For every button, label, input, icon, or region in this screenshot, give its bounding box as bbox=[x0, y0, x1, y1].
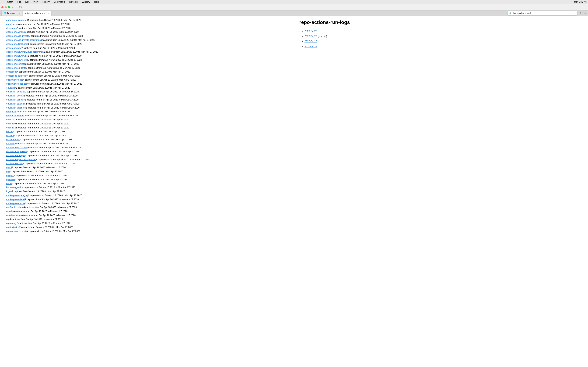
date-link[interactable]: 2020-04-19 bbox=[304, 40, 317, 43]
capture-link[interactable]: features-packages bbox=[6, 154, 25, 157]
capture-link[interactable]: explore-email bbox=[6, 138, 20, 141]
capture-link[interactable]: error-502 bbox=[6, 126, 16, 129]
capture-link[interactable]: education-schools bbox=[6, 98, 25, 101]
capture-link[interactable]: marketplace-category bbox=[6, 194, 28, 197]
capture-info: 2 captures from Sun Apr 26 2020 to Mon A… bbox=[26, 67, 80, 69]
capture-link[interactable]: classroom-admins bbox=[6, 31, 25, 33]
capture-link[interactable]: education-benefits bbox=[6, 90, 25, 93]
reload-button[interactable]: ↻ bbox=[573, 12, 576, 15]
capture-link[interactable]: octodex bbox=[6, 210, 14, 213]
capture-link[interactable]: org-invitation bbox=[6, 226, 19, 228]
menu-window[interactable]: Window bbox=[81, 0, 91, 3]
capture-link[interactable]: error-404 bbox=[6, 118, 16, 121]
tab-1[interactable]: 🌐 fluxcapa... ✕ bbox=[1, 11, 22, 16]
capture-link[interactable]: classroom-settings bbox=[6, 63, 25, 65]
list-item: classroom-new-invite2 captures from Sun … bbox=[6, 54, 291, 58]
capture-link[interactable]: education-students bbox=[6, 102, 26, 105]
capture-link[interactable]: classroom-dashboard bbox=[6, 43, 28, 45]
list-item: enterprise4 captures from Sat Apr 18 202… bbox=[6, 110, 291, 114]
address-bar[interactable] bbox=[513, 12, 572, 15]
capture-link[interactable]: gist bbox=[6, 170, 10, 173]
capture-link[interactable]: org-packages-empty bbox=[6, 230, 27, 233]
capture-link[interactable]: customer-stories-story bbox=[6, 83, 29, 85]
list-item: features-packages4 captures from Sat Apr… bbox=[6, 154, 291, 158]
menu-file[interactable]: File bbox=[17, 0, 22, 3]
menu-edit[interactable]: Edit bbox=[25, 0, 30, 3]
minimize-button[interactable] bbox=[5, 6, 7, 8]
tab-2[interactable]: ● fluxcapacitor.now.sh ✕ bbox=[23, 11, 52, 16]
menu-help[interactable]: Help bbox=[94, 0, 100, 3]
date-link[interactable]: 2020-04-22 bbox=[304, 30, 317, 33]
capture-link[interactable]: features bbox=[6, 142, 15, 145]
date-item: 2020-04-19 bbox=[304, 39, 583, 44]
date-link[interactable]: 2020-04-28 bbox=[304, 45, 317, 48]
apple-menu[interactable]:  bbox=[1, 0, 4, 3]
capture-link[interactable]: classroom-assignmets bbox=[6, 35, 29, 37]
list-item: notifications-beta4 captures from Sat Ap… bbox=[6, 205, 291, 209]
back-nav-btn[interactable]: ‹ bbox=[500, 11, 502, 15]
capture-link[interactable]: logos bbox=[6, 190, 12, 192]
capture-link[interactable]: features-code-review bbox=[6, 146, 27, 149]
capture-link[interactable]: classroom-new bbox=[6, 47, 22, 49]
list-item: education2 captures from Sun Apr 26 2020… bbox=[6, 86, 291, 90]
capture-link[interactable]: gist-gist bbox=[6, 174, 14, 177]
menu-develop[interactable]: Develop bbox=[69, 0, 78, 3]
capture-link[interactable]: explore bbox=[6, 134, 14, 137]
capture-link[interactable]: features-integrations bbox=[6, 150, 27, 153]
capture-link[interactable]: org bbox=[6, 218, 10, 221]
maximize-button[interactable] bbox=[8, 6, 10, 8]
capture-info: 4 captures from Sat Apr 18 2020 to Mon A… bbox=[14, 174, 67, 177]
menu-safari[interactable]: Safari bbox=[7, 0, 14, 3]
capture-link[interactable]: classroom bbox=[6, 27, 17, 29]
capture-link[interactable]: error-500 bbox=[6, 122, 16, 125]
list-item: octodex4 captures from Sat Apr 18 2020 t… bbox=[6, 209, 291, 213]
capture-link[interactable]: features-project-management bbox=[6, 158, 36, 161]
capture-link[interactable]: classroom-students bbox=[6, 67, 26, 69]
capture-link[interactable]: classroom-new-invite bbox=[6, 55, 28, 57]
forward-nav-btn[interactable]: › bbox=[504, 11, 506, 15]
capture-link[interactable]: marketplace-home bbox=[6, 202, 25, 205]
capture-link[interactable]: classroom-assignmets-assignment bbox=[6, 39, 41, 41]
capture-link[interactable]: enterprise-contact bbox=[6, 114, 25, 117]
date-link[interactable]: 2020-04-27 bbox=[304, 35, 317, 38]
menu-view[interactable]: View bbox=[33, 0, 39, 3]
capture-link[interactable]: collections bbox=[6, 70, 17, 73]
show-overview-button[interactable]: ▢ bbox=[18, 5, 22, 9]
capture-link[interactable]: events bbox=[6, 130, 13, 133]
tab-2-close[interactable]: ✕ bbox=[48, 12, 49, 14]
capture-link[interactable]: auth-login bbox=[6, 23, 16, 25]
add-tab-button[interactable]: + bbox=[584, 12, 587, 15]
capture-link[interactable]: education-events bbox=[6, 94, 24, 97]
capture-link[interactable]: home bbox=[6, 182, 12, 185]
capture-info: 2 captures from Sun Apr 26 2020 to Mon A… bbox=[24, 94, 78, 97]
capture-link[interactable]: classroom-new-individual-assignment bbox=[6, 50, 44, 53]
capture-info: 4 captures from Sat Apr 18 2020 to Mon A… bbox=[36, 158, 89, 161]
share-button[interactable]: ⇧ bbox=[579, 12, 582, 15]
tab-2-label: fluxcapacitor.now.sh bbox=[27, 12, 46, 15]
capture-info: 4 captures from Sat Apr 18 2020 to Mon A… bbox=[25, 154, 78, 157]
capture-link[interactable]: gist-user bbox=[6, 178, 15, 181]
capture-link[interactable]: org-empty bbox=[6, 222, 17, 225]
dates-list: 2020-04-222020-04-27 (current)2020-04-19… bbox=[299, 29, 583, 49]
capture-link[interactable]: education-teachers bbox=[6, 106, 26, 109]
capture-link[interactable]: enterprise bbox=[6, 110, 17, 113]
capture-link[interactable]: marketplace-detail bbox=[6, 198, 25, 201]
capture-link[interactable]: classroom-new-setup bbox=[6, 58, 28, 61]
capture-link[interactable]: collections-collection bbox=[6, 75, 27, 77]
capture-link[interactable]: customer-stories bbox=[6, 78, 23, 81]
menu-bookmarks[interactable]: Bookmarks bbox=[53, 0, 66, 3]
capture-link[interactable]: octodex-octocat bbox=[6, 214, 22, 217]
capture-link[interactable]: home-logged-in bbox=[6, 186, 22, 189]
capture-link[interactable]: features-security bbox=[6, 162, 23, 165]
capture-link[interactable]: notifications-beta bbox=[6, 206, 24, 209]
forward-button[interactable]: › bbox=[15, 5, 17, 9]
capture-link[interactable]: gh-cli bbox=[6, 166, 12, 169]
capture-link[interactable]: auth-forgot-password bbox=[6, 19, 28, 21]
list-item: org-empty2 captures from Sun Apr 26 2020… bbox=[6, 221, 291, 225]
back-button[interactable]: ‹ bbox=[12, 5, 14, 9]
capture-info: 4 captures from Sat Apr 18 2020 to Mon A… bbox=[20, 138, 73, 141]
capture-link[interactable]: education bbox=[6, 86, 16, 89]
close-button[interactable] bbox=[1, 6, 3, 8]
menu-history[interactable]: History bbox=[42, 0, 50, 3]
tab-1-close[interactable]: ✕ bbox=[18, 12, 20, 14]
